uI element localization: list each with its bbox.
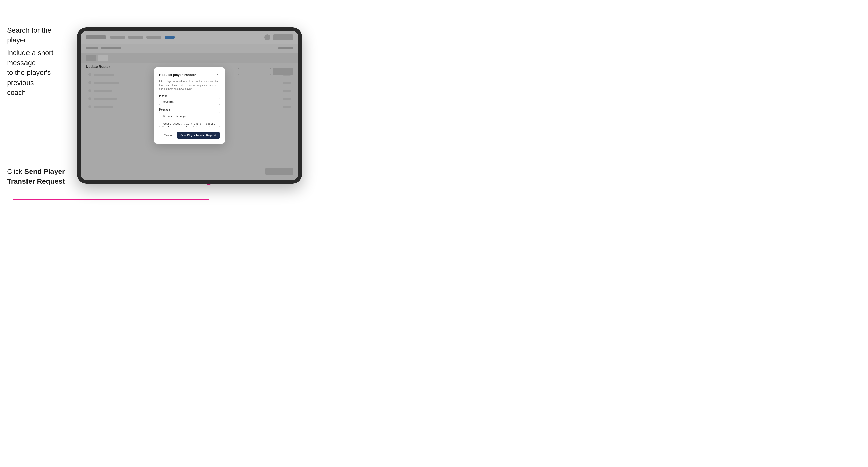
send-transfer-request-button[interactable]: Send Player Transfer Request: [177, 132, 220, 138]
annotation-message: Include a short messageto the player's p…: [7, 48, 73, 97]
modal-close-button[interactable]: ×: [215, 72, 220, 77]
tablet-screen: Update Roster: [81, 31, 298, 180]
player-search-input[interactable]: [159, 98, 220, 105]
modal-dialog: Request player transfer × If the player …: [154, 67, 225, 144]
modal-header: Request player transfer ×: [159, 72, 220, 77]
annotation-send-bold: Send PlayerTransfer Request: [7, 167, 65, 185]
message-field-label: Message: [159, 108, 220, 111]
modal-actions: Cancel Send Player Transfer Request: [159, 132, 220, 138]
annotation-search: Search for the player.: [7, 25, 73, 45]
player-field-label: Player: [159, 94, 220, 97]
annotation-send: Click Send PlayerTransfer Request: [7, 166, 73, 186]
cancel-button[interactable]: Cancel: [161, 132, 175, 138]
message-textarea[interactable]: Hi Coach McHarg, Please accept this tran…: [159, 112, 220, 127]
tablet-device: Update Roster: [77, 27, 302, 184]
modal-title: Request player transfer: [159, 73, 196, 77]
modal-description: If the player is transferring from anoth…: [159, 80, 220, 91]
modal-overlay: Request player transfer × If the player …: [81, 31, 298, 180]
